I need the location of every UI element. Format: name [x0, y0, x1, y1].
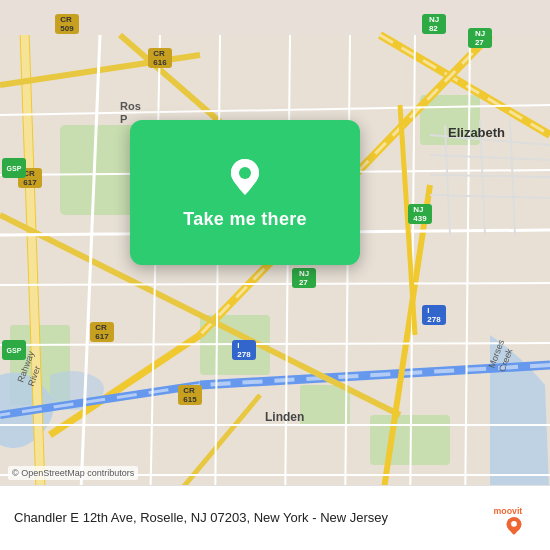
svg-point-46: [239, 167, 251, 179]
svg-point-49: [511, 521, 517, 527]
badge-i278b: I278: [232, 340, 256, 360]
badge-cr616: CR616: [148, 48, 172, 68]
badge-nj82: NJ82: [422, 14, 446, 34]
svg-text:moovit: moovit: [493, 506, 522, 516]
badge-gsp1: GSP: [2, 158, 26, 178]
badge-cr615: CR615: [178, 385, 202, 405]
osm-attribution: © OpenStreetMap contributors: [8, 466, 138, 480]
badge-cr617b: CR617: [90, 322, 114, 342]
bottom-bar: Chandler E 12th Ave, Roselle, NJ 07203, …: [0, 485, 550, 550]
address-text: Chandler E 12th Ave, Roselle, NJ 07203, …: [14, 510, 388, 525]
label-elizabeth: Elizabeth: [448, 125, 505, 140]
moovit-icon: moovit: [492, 496, 536, 540]
badge-cr509: CR509: [55, 14, 79, 34]
action-card[interactable]: Take me there: [130, 120, 360, 265]
svg-rect-3: [300, 385, 350, 425]
badge-gsp2: GSP: [2, 340, 26, 360]
map-container: CR509 CR616 CR617 CR617 CR615 NJ82 NJ27 …: [0, 0, 550, 550]
badge-nj439: NJ439: [408, 204, 432, 224]
badge-i278a: I278: [422, 305, 446, 325]
address-block: Chandler E 12th Ave, Roselle, NJ 07203, …: [14, 508, 482, 527]
moovit-logo[interactable]: moovit: [492, 496, 536, 540]
label-linden: Linden: [265, 410, 304, 424]
map-pin-icon: [223, 155, 267, 199]
badge-nj27b: NJ27: [292, 268, 316, 288]
badge-nj27a: NJ27: [468, 28, 492, 48]
take-me-there-button[interactable]: Take me there: [183, 209, 307, 230]
